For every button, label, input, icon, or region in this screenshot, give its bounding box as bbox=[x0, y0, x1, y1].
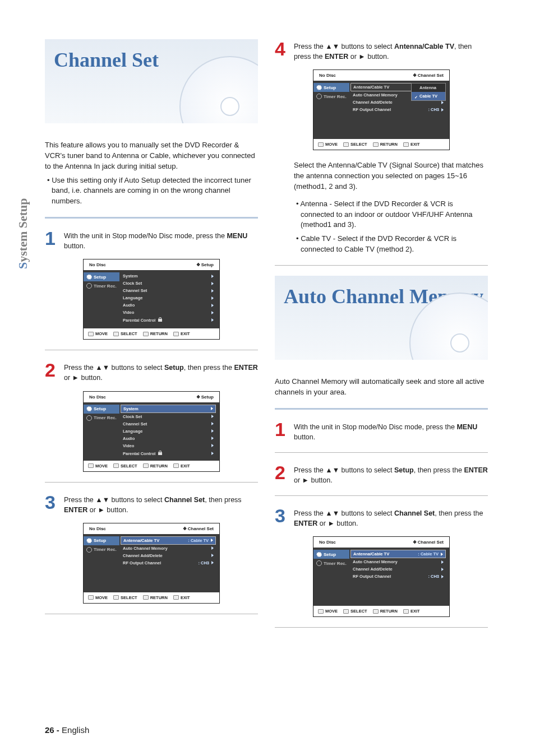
sidebar-section-label: System Setup bbox=[16, 198, 30, 269]
title-banner-channel-set: Channel Set bbox=[45, 39, 258, 123]
divider bbox=[275, 495, 488, 496]
step-r3-text: Press the ▲▼ buttons to select Channel S… bbox=[294, 506, 488, 528]
step-r2-text: Press the ▲▼ buttons to select Setup, th… bbox=[294, 463, 488, 485]
step-number: 3 bbox=[45, 493, 64, 512]
section-rule bbox=[45, 217, 258, 219]
section-rule bbox=[275, 408, 488, 410]
step-number: 1 bbox=[45, 229, 64, 248]
step-1-text: With the unit in Stop mode/No Disc mode,… bbox=[64, 229, 258, 251]
step-2-text: Press the ▲▼ buttons to select Setup, th… bbox=[64, 360, 258, 383]
divider bbox=[45, 482, 258, 483]
osd-channel-set-popup: No Disc❖ Channel Set Setup Timer Rec. An… bbox=[313, 69, 450, 150]
step-number: 2 bbox=[45, 360, 64, 379]
step-4: 4 Press the ▲▼ buttons to select Antenna… bbox=[275, 39, 488, 62]
right-column: 4 Press the ▲▼ buttons to select Antenna… bbox=[275, 39, 488, 638]
step-r1-text: With the unit in Stop mode/No Disc mode,… bbox=[294, 420, 488, 442]
step-3: 3 Press the ▲▼ buttons to select Channel… bbox=[45, 493, 258, 515]
step-3-text: Press the ▲▼ buttons to select Channel S… bbox=[64, 493, 258, 515]
bullet-cable: Cable TV - Select if the DVD Recorder & … bbox=[294, 234, 488, 255]
divider bbox=[45, 350, 258, 350]
select-text: Select the Antenna/Cable TV (Signal Sour… bbox=[294, 160, 488, 192]
step-r3: 3 Press the ▲▼ buttons to select Channel… bbox=[275, 506, 488, 528]
auto-intro: Auto Channel Memory will automatically s… bbox=[275, 377, 488, 398]
bullet-antenna: Antenna - Select if the DVD Recorder & V… bbox=[294, 199, 488, 231]
divider bbox=[275, 627, 488, 628]
intro-text: This feature allows you to manually set … bbox=[45, 140, 258, 172]
step-r1: 1 With the unit in Stop mode/No Disc mod… bbox=[275, 420, 488, 442]
osd-popup: Antenna Cable TV bbox=[411, 83, 446, 101]
left-column: Channel Set This feature allows you to m… bbox=[45, 39, 258, 624]
osd-left-timer: Timer Rec. bbox=[84, 281, 119, 290]
step-number: 4 bbox=[275, 39, 294, 58]
osd-left-setup: Setup bbox=[84, 272, 119, 281]
divider bbox=[45, 614, 258, 614]
osd-setup-plain: No Disc❖ Setup Setup Timer Rec. System C… bbox=[83, 259, 220, 340]
step-number: 2 bbox=[275, 463, 294, 482]
intro-bullet: Use this setting only if Auto Setup dete… bbox=[45, 175, 258, 207]
title-banner-auto-channel: Auto Channel Memory bbox=[275, 276, 488, 360]
step-number: 1 bbox=[275, 420, 294, 439]
osd-channel-set: No Disc❖ Channel Set Setup Timer Rec. An… bbox=[83, 523, 220, 604]
divider bbox=[275, 452, 488, 453]
divider bbox=[275, 265, 488, 266]
step-r2: 2 Press the ▲▼ buttons to select Setup, … bbox=[275, 463, 488, 485]
osd-channel-set-2: No Disc❖ Channel Set Setup Timer Rec. An… bbox=[313, 536, 450, 617]
page-footer: 26 - English bbox=[45, 725, 89, 735]
step-2: 2 Press the ▲▼ buttons to select Setup, … bbox=[45, 360, 258, 383]
step-number: 3 bbox=[275, 506, 294, 525]
osd-setup-system-selected: No Disc❖ Setup Setup Timer Rec. System C… bbox=[83, 391, 220, 472]
step-1: 1 With the unit in Stop mode/No Disc mod… bbox=[45, 229, 258, 251]
step-4-text: Press the ▲▼ buttons to select Antenna/C… bbox=[294, 39, 488, 62]
